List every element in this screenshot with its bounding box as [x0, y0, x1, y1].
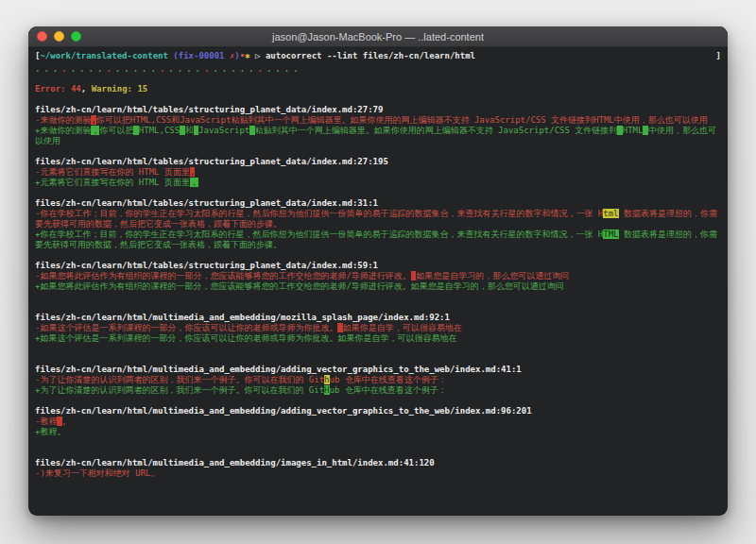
traffic-lights [28, 31, 81, 42]
diff-text: +教程。 [35, 427, 65, 436]
diff-line-added: +元素将它们直接写在你的 HTML 页面里， [35, 178, 721, 188]
progress-dot-green: .... [168, 64, 204, 74]
file-path: files/zh-cn/learn/html/tables/structurin… [35, 157, 721, 167]
progress-dots: .............................. [35, 64, 721, 75]
lint-block: files/zh-cn/learn/html/tables/structurin… [35, 198, 721, 250]
file-path: files/zh-cn/learn/html/tables/structurin… [35, 261, 721, 271]
progress-dot-green: .... [266, 64, 302, 74]
file-path: files/zh-cn/learn/html/tables/structurin… [35, 105, 721, 115]
warning-label: Warning: [92, 84, 138, 94]
diff-text: ub 仓库中在线查看这个例子： [330, 375, 447, 384]
progress-dot-red: . [61, 64, 70, 74]
window-title: jason@Jason-MacBook-Pro — ..lated-conten… [28, 31, 728, 42]
diff-line-removed: -来做你的测验,你可以把HTML,CSS和JavaScript粘贴到其中一个网上… [35, 115, 721, 126]
diff-line-added: +为了让你清楚的认识到两者的区别，我们来一个例子。你可以在我们的 GitHub … [35, 385, 721, 396]
diff-line-added: +如果您将此评估作为有组织的课程的一部分，您应该能够将您的工作交给您的老师/导师… [35, 281, 721, 292]
lint-block: files/zh-cn/learn/html/multimedia_and_em… [35, 365, 721, 396]
terminal-window: jason@Jason-MacBook-Pro — ..lated-conten… [28, 26, 728, 516]
diff-text: 和 [185, 126, 194, 135]
file-path: files/zh-cn/learn/html/multimedia_and_em… [35, 458, 721, 468]
close-button[interactable] [37, 31, 47, 42]
diff-text: -来做你的测验 [35, 115, 91, 125]
diff-text: 你可以把HTML,CSS和JavaScript粘贴到其中一个网上编辑器里。如果你… [96, 115, 708, 125]
minimize-button[interactable] [54, 31, 64, 42]
diff-text: -元素将它们直接写在你的 HTML 页面里 [35, 167, 190, 177]
progress-dot-red: . [106, 64, 114, 74]
progress-dot-green: ..... [115, 64, 160, 74]
progress-dot-red: . [204, 64, 213, 74]
diff-text: 你可以把 [99, 126, 133, 135]
file-path: files/zh-cn/learn/html/multimedia_and_em… [35, 406, 721, 416]
diff-text: 如果您是自学习的，那么您可以通过询问 [416, 271, 569, 280]
diff-line-removed: -教程 。 [35, 416, 721, 427]
diff-text: +如果这个评估是一系列课程的一部分，你应该可以让你的老师或导师为你批改。如果你是… [35, 333, 456, 343]
diff-text: +你在学校工作；目前，你的学生正在学习太阳系的行星，然后你想为他们提供一份简单的… [35, 230, 603, 239]
diff-text: -如果您将此评估作为有组织的课程的一部分，您应该能够将您的工作交给您的老师/导师… [35, 271, 411, 280]
diff-text: 如果你是自学，可以很容易地在 [343, 323, 462, 332]
progress-dot-green: ... [35, 64, 61, 74]
prompt-spacer [475, 51, 716, 61]
diff-text: HTML [623, 126, 644, 135]
diff-text: +为了让你清楚的认识到两者的区别，我们来一个例子。你可以在我们的 Git [35, 385, 324, 395]
summary-separator: , [81, 84, 92, 94]
diff-line-added: +来做你的测验，你可以把 HTML,CSS 和 JavaScript 粘贴到其中… [35, 126, 721, 146]
diff-text: +来做你的测验 [35, 126, 91, 135]
diff-text: -你在学校工作；目前，你的学生正在学习太阳系的行星，然后你想为他们提供一份简单的… [35, 209, 603, 218]
diff-highlight-ins: ， [190, 178, 198, 187]
lint-results: files/zh-cn/learn/html/tables/structurin… [35, 105, 721, 479]
diff-highlight-warn: tml [603, 209, 618, 218]
lint-block: files/zh-cn/learn/html/multimedia_and_em… [35, 458, 721, 479]
diff-text: -如果这个评估是一系列课程的一部分，你应该可以让你的老师或导师为你批改。 [35, 323, 337, 332]
diff-line-removed: -元素将它们直接写在你的 HTML 页面里, [35, 167, 721, 178]
diff-highlight-ins: TML [603, 230, 618, 239]
lint-block: files/zh-cn/learn/html/tables/structurin… [35, 157, 721, 188]
prompt-caret-icon: ▷ [255, 51, 266, 61]
diff-line-added: +教程。 [35, 427, 721, 437]
terminal-content[interactable]: [~/work/translated-content (fix-00001 ✗)… [28, 47, 728, 516]
file-path: files/zh-cn/learn/html/multimedia_and_em… [35, 313, 721, 323]
error-count: 44 [71, 84, 81, 94]
diff-text: +如果您将此评估作为有组织的课程的一部分，您应该能够将您的工作交给您的老师/导师… [35, 281, 564, 291]
diff-text: +元素将它们直接写在你的 HTML 页面里 [35, 178, 190, 187]
window-titlebar[interactable]: jason@Jason-MacBook-Pro — ..lated-conten… [28, 26, 728, 47]
lint-block: files/zh-cn/learn/html/multimedia_and_em… [35, 406, 721, 437]
diff-text: HTML,CSS [139, 126, 180, 135]
diff-line-removed: -你在学校工作；目前，你的学生正在学习太阳系的行星，然后你想为他们提供一份简单的… [35, 209, 721, 230]
shell-prompt: [~/work/translated-content (fix-00001 ✗)… [35, 51, 721, 61]
lint-block: files/zh-cn/learn/html/tables/structurin… [35, 261, 721, 292]
diff-text: 。 [62, 416, 71, 426]
diff-highlight-del: , [190, 167, 195, 177]
warning-count: 15 [137, 84, 147, 94]
diff-line-removed: -)来复习一下相对和绝对 URL。 [35, 468, 721, 479]
git-branch: (fix-00001 [173, 51, 230, 61]
lint-summary: Error: 44, Warning: 15 [35, 84, 721, 94]
progress-dot-red: . [160, 64, 168, 74]
diff-line-added: +如果这个评估是一系列课程的一部分，你应该可以让你的老师或导师为你批改。如果你是… [35, 333, 721, 344]
diff-text: ub 仓库中在线查看这个例子： [330, 385, 447, 395]
diff-text: -教程 [35, 416, 57, 426]
progress-dot-red: . [258, 64, 266, 74]
progress-dot-green: .... [71, 64, 107, 74]
prompt-bracket-close: ] [716, 51, 721, 61]
command-text: autocorrect --lint files/zh-cn/learn/htm… [266, 51, 475, 61]
diff-text: JavaScript [198, 126, 249, 135]
diff-line-added: +你在学校工作；目前，你的学生正在学习太阳系的行星，然后你想为他们提供一份简单的… [35, 230, 721, 250]
diff-line-removed: -如果您将此评估作为有组织的课程的一部分，您应该能够将您的工作交给您的老师/导师… [35, 271, 721, 281]
diff-line-removed: -如果这个评估是一系列课程的一部分，你应该可以让你的老师或导师为你批改。 如果你… [35, 323, 721, 333]
progress-dot-green: ..... [213, 64, 257, 74]
lint-block: files/zh-cn/learn/html/multimedia_and_em… [35, 313, 721, 344]
diff-text: 粘贴到其中一个网上编辑器里。如果你使用的网上编辑器不支持 JavaScript/… [255, 126, 618, 135]
lint-block: files/zh-cn/learn/html/tables/structurin… [35, 105, 721, 146]
diff-text: -)来复习一下相对和绝对 URL。 [35, 468, 160, 478]
diff-text: -为了让你清楚的认识到两者的区别，我们来一个例子。你可以在我们的 Git [35, 375, 324, 384]
prompt-cwd: ~/work/translated-content [40, 51, 167, 61]
file-path: files/zh-cn/learn/html/multimedia_and_em… [35, 365, 721, 375]
file-path: files/zh-cn/learn/html/tables/structurin… [35, 198, 721, 209]
zoom-button[interactable] [71, 31, 81, 42]
diff-line-removed: -为了让你清楚的认识到两者的区别，我们来一个例子。你可以在我们的 Github … [35, 375, 721, 385]
error-label: Error: [35, 84, 71, 94]
